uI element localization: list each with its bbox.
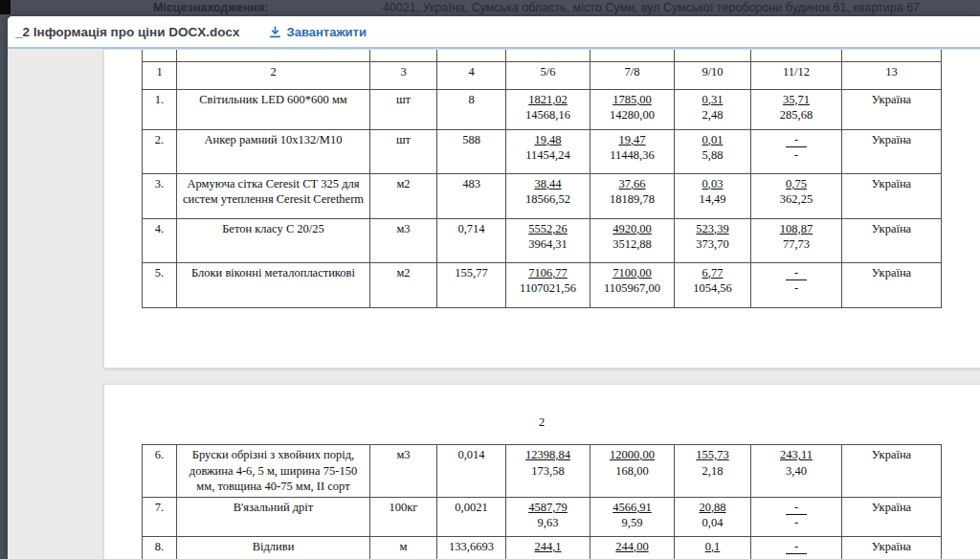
cell-qty: 588: [437, 129, 506, 173]
cell-empty: [506, 50, 590, 61]
price-bottom: 14280,00: [593, 107, 671, 123]
cell-price: 0,1: [675, 536, 751, 559]
price-bottom: 9,59: [593, 515, 671, 531]
cell-name: Армуюча сітка Ceresit СТ 325 для систем …: [177, 173, 370, 218]
price-top: 19,47: [618, 133, 645, 146]
price-bottom: 373,70: [678, 236, 747, 253]
price-bottom: 3512,88: [593, 236, 671, 253]
prices-table-page1: 12345/67/89/1011/12131.Світильник LED 60…: [142, 50, 942, 308]
cell-price: 0,312,48: [675, 89, 751, 129]
cell-price: 20,880,04: [675, 497, 751, 536]
table-header-row: 12345/67/89/1011/1213: [143, 61, 942, 89]
cell-price: 1785,0014280,00: [590, 89, 675, 129]
price-top: 5552,26: [528, 222, 568, 235]
cell-price: 37,6618189,78: [590, 173, 675, 218]
location-label: Місцезнаходження:: [153, 1, 268, 14]
price-top: 20,88: [699, 501, 725, 514]
modal-header: _2 Інформація про ціни DOCX.docx Заванта…: [8, 16, 980, 49]
price-top: 108,87: [780, 222, 813, 235]
cell-price: --: [751, 262, 842, 307]
price-bottom: -: [754, 147, 838, 164]
cell-name: Блоки віконні металопластикові: [177, 262, 370, 307]
cell-price: 1821,0214568,16: [506, 89, 590, 129]
price-bottom: 5,88: [678, 147, 747, 164]
price-top: 4920,00: [612, 222, 652, 235]
cell-empty: [177, 50, 370, 61]
price-top: 0,01: [702, 133, 724, 146]
cell-price: 0,0314,49: [675, 173, 751, 218]
price-bottom: 18189,78: [593, 191, 671, 208]
cell-country: Україна: [842, 89, 942, 129]
price-bottom: 0,04: [678, 515, 747, 531]
cell-name: Відливи: [177, 536, 370, 559]
cell-unit: м3: [370, 218, 437, 262]
price-bottom: -: [754, 515, 838, 531]
price-bottom: 2,18: [678, 463, 747, 480]
cell-unit: шт: [370, 129, 437, 173]
cell-num: 4.: [143, 218, 177, 262]
cell-price: 243,113,40: [751, 445, 842, 498]
cell-name: Бруски обрізні з хвойних порід, довжина …: [177, 445, 370, 498]
cell-num: 1.: [143, 89, 177, 129]
table-row: 6.Бруски обрізні з хвойних порід, довжин…: [143, 445, 942, 498]
cell-country: Україна: [842, 173, 942, 218]
corner-chip: [0, 0, 11, 14]
cell-empty: [751, 50, 842, 61]
cell-price: 6,771054,56: [675, 262, 751, 307]
cell-price: -: [751, 536, 842, 559]
table-row: 2.Анкер рамний 10х132/М10шт58819,4811454…: [143, 129, 942, 173]
cell-unit: м: [370, 536, 437, 559]
cell-price: 0,75362,25: [751, 173, 842, 218]
price-top: 12000,00: [610, 448, 655, 461]
cell-price: 4587,799,63: [506, 497, 590, 536]
prices-table-page2: 6.Бруски обрізні з хвойних порід, довжин…: [142, 444, 942, 559]
document-page-1: 12345/67/89/1011/12131.Світильник LED 60…: [103, 49, 980, 369]
price-top: 1785,00: [612, 93, 652, 106]
price-bottom: 18566,52: [509, 191, 587, 208]
price-bottom: 362,25: [754, 191, 838, 208]
cell-unit: 100кг: [370, 497, 437, 536]
price-bottom: -: [754, 280, 838, 297]
cell-empty: [842, 50, 942, 61]
price-bottom: 9,63: [509, 515, 587, 531]
document-viewer[interactable]: 12345/67/89/1011/12131.Світильник LED 60…: [8, 49, 980, 559]
price-top: 35,71: [783, 93, 810, 106]
price-top: 12398,84: [525, 448, 570, 461]
header-cell: 4: [437, 61, 506, 89]
price-bottom: 285,68: [754, 107, 838, 123]
price-top: -: [786, 133, 807, 147]
cell-empty: [370, 50, 437, 61]
cell-price: 244,1: [506, 536, 590, 559]
page-number: 2: [142, 415, 942, 433]
price-bottom: 1105967,00: [593, 280, 671, 297]
cell-price: 35,71285,68: [751, 89, 842, 129]
price-top: 37,66: [618, 177, 645, 190]
cell-country: Україна: [842, 536, 942, 559]
cell-name: В'язальний дріт: [177, 497, 370, 536]
price-top: 38,44: [534, 177, 561, 190]
header-cell: 9/10: [675, 61, 751, 89]
cell-name: Бетон класу С 20/25: [177, 218, 370, 262]
price-bottom: 3964,31: [509, 236, 587, 253]
price-bottom: 2,48: [678, 107, 747, 123]
price-bottom: 1054,56: [678, 280, 747, 297]
table-row-partial: [143, 50, 942, 61]
cell-num: 8.: [143, 536, 177, 559]
cell-price: 155,732,18: [675, 445, 751, 498]
download-button[interactable]: Завантажити: [269, 25, 367, 39]
table-row: 3.Армуюча сітка Ceresit СТ 325 для систе…: [143, 173, 942, 218]
price-top: -: [786, 266, 807, 280]
cell-qty: 483: [437, 173, 506, 218]
price-top: 6,77: [702, 266, 724, 280]
document-page-2: 2 6.Бруски обрізні з хвойних порід, довж…: [103, 384, 980, 559]
document-preview-modal: _2 Інформація про ціни DOCX.docx Заванта…: [8, 16, 980, 559]
document-filename: _2 Інформація про ціни DOCX.docx: [15, 25, 240, 39]
price-top: 244,00: [615, 540, 648, 553]
cell-price: 7106,771107021,56: [506, 262, 590, 307]
price-bottom: 168,00: [593, 463, 671, 480]
cell-qty: 133,6693: [437, 536, 506, 559]
cell-unit: шт: [370, 89, 437, 129]
cell-num: 6.: [143, 445, 177, 498]
cell-unit: м2: [370, 173, 437, 218]
cell-price: 4920,003512,88: [590, 218, 675, 262]
